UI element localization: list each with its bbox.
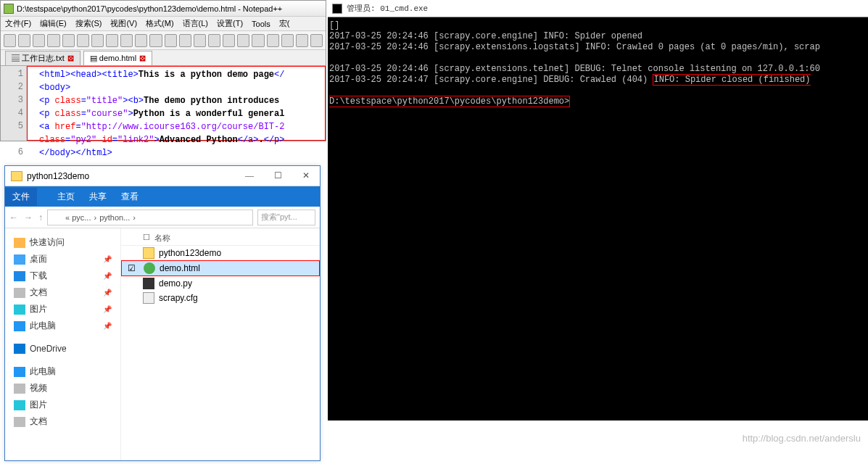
minimize-button[interactable]: — xyxy=(241,169,258,183)
ribbon-view[interactable]: 查看 xyxy=(121,191,139,203)
pic-icon xyxy=(14,304,25,315)
nav-up-icon[interactable]: ↑ xyxy=(38,212,43,223)
ribbon-home[interactable]: 主页 xyxy=(57,191,75,203)
pin-icon: 📌 xyxy=(103,289,112,297)
cmd-output[interactable]: [] 2017-03-25 20:24:46 [scrapy.core.engi… xyxy=(328,17,868,110)
toolbar-icon[interactable] xyxy=(4,34,16,47)
toolbar-icon[interactable] xyxy=(267,34,279,47)
toolbar-icon[interactable] xyxy=(252,34,264,47)
npp-code-area: 123456 <html><head><title>This is a pyth… xyxy=(1,66,326,141)
npp-titlebar[interactable]: D:\testspace\python2017\pycodes\python12… xyxy=(1,1,326,17)
nav-back-icon[interactable]: ← xyxy=(9,212,18,223)
nav-item[interactable]: OneDrive xyxy=(8,341,117,356)
file-icon xyxy=(143,247,154,259)
nav-item[interactable]: 视频 xyxy=(8,380,117,397)
search-box[interactable]: 搜索"pyt... xyxy=(257,210,315,225)
address-bar[interactable]: « pyc... › python... › xyxy=(47,210,253,225)
cmd-window: 管理员: 01_cmd.exe [] 2017-03-25 20:24:46 [… xyxy=(328,0,868,420)
toolbar-icon[interactable] xyxy=(310,34,323,47)
explorer-title: python123demo xyxy=(27,171,89,181)
npp-app-icon xyxy=(4,4,14,14)
nav-fwd-icon[interactable]: → xyxy=(24,212,33,223)
nav-item[interactable]: 下载📌 xyxy=(8,268,117,284)
npp-tabs: ▤ 工作日志.txt⊠▤ demo.html⊠ xyxy=(1,50,326,66)
menu-item[interactable]: 搜索(S) xyxy=(75,18,102,29)
file-list: ☐ 名称 python123demo☑demo.htmldemo.pyscrap… xyxy=(121,228,320,460)
toolbar-icon[interactable] xyxy=(33,34,45,47)
nav-item[interactable]: 图片📌 xyxy=(8,301,117,318)
toolbar-icon[interactable] xyxy=(208,34,220,47)
nav-item[interactable]: 文档 xyxy=(8,413,117,430)
cmd-titlebar[interactable]: 管理员: 01_cmd.exe xyxy=(328,0,868,17)
ribbon-share[interactable]: 共享 xyxy=(89,191,107,203)
notepadpp-window: D:\testspace\python2017\pycodes\python12… xyxy=(0,0,326,141)
toolbar-icon[interactable] xyxy=(62,34,75,47)
nav-item[interactable]: 快速访问 xyxy=(8,234,117,251)
toolbar-icon[interactable] xyxy=(47,34,59,47)
nav-item[interactable]: 图片 xyxy=(8,397,117,413)
menu-item[interactable]: 文件(F) xyxy=(5,18,31,29)
nav-item[interactable]: 桌面📌 xyxy=(8,251,117,268)
file-item[interactable]: demo.py xyxy=(121,276,320,291)
nav-item[interactable]: 文档📌 xyxy=(8,284,117,301)
close-button[interactable]: ✕ xyxy=(298,169,314,183)
pc-icon xyxy=(14,367,25,377)
nav-pane: 快速访问桌面📌下载📌文档📌图片📌此电脑📌OneDrive此电脑视频图片文档 xyxy=(5,228,121,460)
pc-icon xyxy=(14,321,25,331)
file-icon xyxy=(143,292,154,304)
folder-icon xyxy=(11,171,22,181)
close-icon[interactable]: ⊠ xyxy=(67,54,74,63)
toolbar-icon[interactable] xyxy=(237,34,249,47)
toolbar-icon[interactable] xyxy=(149,34,162,47)
pin-icon: 📌 xyxy=(103,305,112,313)
toolbar-icon[interactable] xyxy=(194,34,206,47)
toolbar-icon[interactable] xyxy=(77,34,89,47)
ribbon-file[interactable]: 文件 xyxy=(5,188,37,206)
menu-item[interactable]: 语言(L) xyxy=(183,18,208,29)
col-header[interactable]: ☐ 名称 xyxy=(121,231,320,246)
pic-icon xyxy=(14,400,25,410)
desktop-icon xyxy=(14,254,25,265)
menu-item[interactable]: Tools xyxy=(252,20,270,28)
menu-item[interactable]: 宏( xyxy=(279,18,290,29)
close-icon[interactable]: ⊠ xyxy=(139,54,146,63)
menu-item[interactable]: 编辑(E) xyxy=(40,18,67,29)
doc-icon xyxy=(14,417,25,427)
doc-icon xyxy=(14,288,25,298)
file-icon xyxy=(143,278,154,289)
toolbar-icon[interactable] xyxy=(223,34,235,47)
toolbar-icon[interactable] xyxy=(179,34,191,47)
download-icon xyxy=(14,271,25,281)
file-icon xyxy=(144,262,155,274)
nav-item[interactable]: 此电脑 xyxy=(8,363,117,380)
nav-item[interactable]: 此电脑📌 xyxy=(8,318,117,334)
npp-menubar: 文件(F)编辑(E)搜索(S)视图(V)格式(M)语言(L)设置(T)Tools… xyxy=(1,17,326,31)
pin-icon: 📌 xyxy=(103,272,112,280)
window-controls: — ☐ ✕ xyxy=(241,169,314,183)
menu-item[interactable]: 视图(V) xyxy=(110,18,137,29)
folder-icon xyxy=(52,213,62,222)
menu-item[interactable]: 格式(M) xyxy=(146,18,174,29)
toolbar-icon[interactable] xyxy=(120,34,133,47)
file-item[interactable]: scrapy.cfg xyxy=(121,291,320,305)
editor-tab[interactable]: ▤ 工作日志.txt⊠ xyxy=(5,51,80,65)
cmd-icon xyxy=(332,4,342,14)
explorer-window: python123demo — ☐ ✕ 文件 主页 共享 查看 ← → ↑ « … xyxy=(4,165,321,461)
cmd-title-text: 管理员: 01_cmd.exe xyxy=(347,3,428,14)
file-item[interactable]: ☑demo.html xyxy=(121,260,320,276)
file-item[interactable]: python123demo xyxy=(121,246,320,260)
editor-tab[interactable]: ▤ demo.html⊠ xyxy=(83,51,152,65)
pin-icon: 📌 xyxy=(103,255,112,263)
npp-code-text[interactable]: <html><head><title>This is a python demo… xyxy=(27,66,326,141)
toolbar-icon[interactable] xyxy=(18,34,30,47)
explorer-breadcrumb: ← → ↑ « pyc... › python... › 搜索"pyt... xyxy=(5,207,320,228)
maximize-button[interactable]: ☐ xyxy=(270,169,286,183)
explorer-titlebar[interactable]: python123demo — ☐ ✕ xyxy=(5,166,320,186)
toolbar-icon[interactable] xyxy=(165,34,177,47)
toolbar-icon[interactable] xyxy=(281,34,294,47)
menu-item[interactable]: 设置(T) xyxy=(217,18,243,29)
toolbar-icon[interactable] xyxy=(91,34,104,47)
toolbar-icon[interactable] xyxy=(106,34,118,47)
toolbar-icon[interactable] xyxy=(135,34,147,47)
toolbar-icon[interactable] xyxy=(296,34,308,47)
